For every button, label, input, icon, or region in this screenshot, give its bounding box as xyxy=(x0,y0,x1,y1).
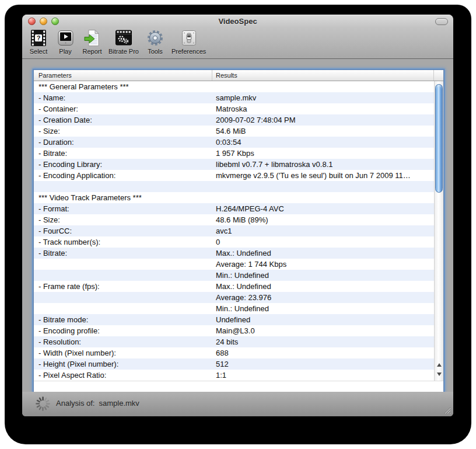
parameter-cell: - Format: xyxy=(34,203,212,214)
result-cell: 2009-07-02 7:48:04 PM xyxy=(212,114,435,126)
parameter-cell: - Bitrate mode: xyxy=(34,314,212,325)
parameter-cell: *** Video Track Parameters *** xyxy=(34,192,212,203)
parameter-cell: - Size: xyxy=(34,126,212,137)
table-row[interactable]: - FourCC:avc1 xyxy=(34,225,435,236)
table-row[interactable]: - Format:H.264/MPEG-4 AVC xyxy=(34,203,435,214)
table-row[interactable]: Min.: Undefined xyxy=(34,270,435,281)
table-row[interactable]: Min.: Undefined xyxy=(34,303,435,314)
table-row[interactable]: - Size:48.6 MiB (89%) xyxy=(34,214,435,225)
status-bar: Analysis of:sample.mkv xyxy=(22,392,453,416)
result-cell: 1 957 Kbps xyxy=(212,148,435,159)
bitrate-pro-icon xyxy=(113,28,134,47)
table-row[interactable]: - Encoding Library:libebml v0.7.7 + libm… xyxy=(34,159,435,170)
screenshot-stage: VideoSpec ?Select Play Report Bitrate Pr… xyxy=(0,0,476,449)
parameter-cell: - Creation Date: xyxy=(34,114,212,126)
table-row[interactable]: - Container:Matroska xyxy=(34,103,435,114)
status-text: Analysis of:sample.mkv xyxy=(56,392,139,416)
toolbar-item-bitrate-pro[interactable]: Bitrate Pro xyxy=(108,28,139,55)
toolbar-item-select[interactable]: ?Select xyxy=(28,28,49,55)
column-header-parameters[interactable]: Parameters xyxy=(34,70,212,81)
tools-gear-icon xyxy=(145,28,166,47)
table-bottom-strip xyxy=(34,381,443,392)
toolbar-item-report[interactable]: Report xyxy=(82,28,103,55)
table-row[interactable]: - Frame rate (fps):Max.: Undefined xyxy=(34,281,435,292)
play-icon xyxy=(55,28,76,47)
table-row[interactable]: - Name:sample.mkv xyxy=(34,92,435,103)
toolbar-item-label: Preferences xyxy=(172,48,206,55)
table-row[interactable]: - Height (Pixel number):512 xyxy=(34,358,435,370)
result-cell: 24 bits xyxy=(212,336,435,347)
table-row[interactable]: - Duration:0:03:54 xyxy=(34,137,435,148)
parameter-cell: - Resolution: xyxy=(34,336,212,347)
report-icon xyxy=(82,28,103,47)
table-row[interactable]: - Bitrate:Max.: Undefined xyxy=(34,248,435,259)
table-row[interactable]: - Track number(s):0 xyxy=(34,236,435,248)
toolbar-toggle-button[interactable] xyxy=(435,18,448,25)
preferences-switch-icon xyxy=(178,28,200,47)
parameter-cell xyxy=(34,292,212,303)
column-header-results[interactable]: Results xyxy=(212,70,433,81)
result-cell: 48.6 MiB (89%) xyxy=(212,214,435,225)
result-cell: Average: 23.976 xyxy=(212,292,435,303)
table-row[interactable]: - Encoding profile:Main@L3.0 xyxy=(34,325,435,336)
table-row[interactable]: - Bitrate:1 957 Kbps xyxy=(34,148,435,159)
table-row[interactable]: *** General Parameters *** xyxy=(34,81,435,92)
resize-grip[interactable] xyxy=(443,406,451,414)
parameter-cell: - Container: xyxy=(34,103,212,114)
parameter-cell: - Encoding profile: xyxy=(34,325,212,336)
table-row[interactable]: - Encoding Application:mkvmerge v2.9.5 (… xyxy=(34,170,435,181)
table-row[interactable]: Average: 23.976 xyxy=(34,292,435,303)
toolbar-item-play[interactable]: Play xyxy=(55,28,76,55)
table-row[interactable]: - Bitrate mode:Undefined xyxy=(34,314,435,325)
scroll-up-arrow-icon[interactable] xyxy=(435,360,443,370)
parameter-cell: - Encoding Library: xyxy=(34,159,212,170)
toolbar-item-tools[interactable]: Tools xyxy=(145,28,166,55)
header-corner xyxy=(433,70,443,81)
result-cell: Min.: Undefined xyxy=(212,270,435,281)
table-row[interactable]: - Width (Pixel number):688 xyxy=(34,347,435,358)
parameter-cell: - Encoding Application: xyxy=(34,170,212,181)
table-row[interactable]: Average: 1 744 Kbps xyxy=(34,259,435,270)
parameter-cell: - Size: xyxy=(34,214,212,225)
parameter-cell xyxy=(34,181,212,192)
result-cell: libebml v0.7.7 + libmatroska v0.8.1 xyxy=(212,159,435,170)
result-cell: 0:03:54 xyxy=(212,137,435,148)
table-row[interactable] xyxy=(34,181,435,192)
film-select-icon: ? xyxy=(28,28,49,47)
svg-text:?: ? xyxy=(37,34,41,41)
result-cell: Average: 1 744 Kbps xyxy=(212,259,435,270)
result-cell: H.264/MPEG-4 AVC xyxy=(212,203,435,214)
toolbar: ?Select Play Report Bitrate Pro Tools Pr… xyxy=(28,28,212,58)
result-cell xyxy=(212,181,435,192)
result-cell xyxy=(212,81,435,92)
table-row[interactable]: - Size:54.6 MiB xyxy=(34,126,435,137)
table-row[interactable]: *** Video Track Parameters *** xyxy=(34,192,435,203)
table-row[interactable]: - Pixel Aspect Ratio:1:1 xyxy=(34,370,435,381)
result-cell: Max.: Undefined xyxy=(212,281,435,292)
parameter-cell: - Width (Pixel number): xyxy=(34,347,212,358)
window-title: VideoSpec xyxy=(22,17,453,26)
result-cell: Undefined xyxy=(212,314,435,325)
toolbar-item-label: Bitrate Pro xyxy=(108,48,139,55)
scrollbar-thumb[interactable] xyxy=(435,84,443,193)
parameter-cell xyxy=(34,303,212,314)
window-chrome: VideoSpec ?Select Play Report Bitrate Pr… xyxy=(22,15,453,59)
parameter-cell xyxy=(34,259,212,270)
result-cell: avc1 xyxy=(212,225,435,236)
parameter-cell: - Frame rate (fps): xyxy=(34,281,212,292)
progress-spinner-icon xyxy=(34,395,51,412)
toolbar-item-label: Select xyxy=(30,48,48,55)
table-body: *** General Parameters ***- Name:sample.… xyxy=(34,81,435,381)
scroll-down-arrow-icon[interactable] xyxy=(435,370,443,379)
table-row[interactable]: - Resolution:24 bits xyxy=(34,336,435,347)
parameter-cell: - Height (Pixel number): xyxy=(34,358,212,370)
result-cell: 0 xyxy=(212,236,435,248)
toolbar-item-preferences[interactable]: Preferences xyxy=(172,28,206,55)
status-label: Analysis of: xyxy=(56,399,94,408)
result-cell: 1:1 xyxy=(212,370,435,381)
result-cell: 688 xyxy=(212,347,435,358)
vertical-scrollbar[interactable] xyxy=(434,81,443,381)
table-row[interactable]: - Creation Date:2009-07-02 7:48:04 PM xyxy=(34,114,435,126)
parameter-cell: - Pixel Aspect Ratio: xyxy=(34,370,212,381)
result-cell: Matroska xyxy=(212,103,435,114)
